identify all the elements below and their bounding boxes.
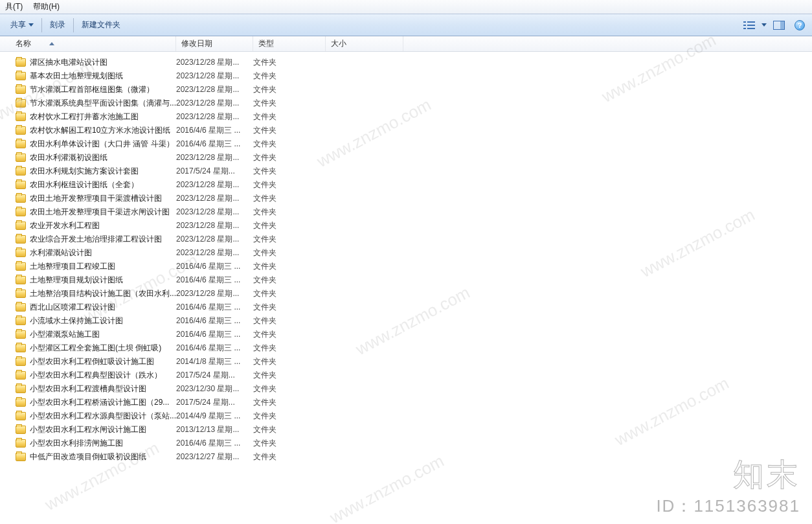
burn-button[interactable]: 刻录 — [43, 17, 72, 33]
table-row[interactable]: 农田水利规划实施方案设计套图2017/5/24 星期...文件夹 — [8, 165, 812, 178]
share-button[interactable]: 共享 — [4, 17, 40, 33]
cell-name: 基本农田土地整理规划图纸 — [8, 71, 176, 82]
table-row[interactable]: 节水灌溉系统典型平面设计图集（滴灌与...2023/12/28 星期...文件夹 — [8, 97, 812, 110]
table-row[interactable]: 西北山区喷灌工程设计图2016/4/6 星期三 ...文件夹 — [8, 301, 812, 314]
folder-icon — [16, 303, 26, 312]
cell-date: 2023/12/28 星期... — [176, 84, 253, 95]
table-row[interactable]: 小型农田水利工程典型图设计（跌水）2017/5/24 星期...文件夹 — [8, 369, 812, 382]
cell-date: 2016/4/6 星期三 ... — [176, 275, 253, 286]
share-label: 共享 — [10, 19, 26, 30]
cell-name: 农田水利灌溉初设图纸 — [8, 152, 176, 163]
cell-date: 2023/12/28 星期... — [176, 247, 253, 258]
watermark-id: ID：1151363981 — [656, 495, 800, 518]
cell-name: 农田水利规划实施方案设计套图 — [8, 166, 176, 177]
cell-type: 文件夹 — [253, 370, 326, 381]
table-row[interactable]: 农田水利灌溉初设图纸2023/12/28 星期...文件夹 — [8, 151, 812, 165]
view-options-button[interactable] — [741, 17, 758, 34]
table-row[interactable]: 小型农田水利工程渡槽典型设计图2023/12/30 星期...文件夹 — [8, 382, 812, 396]
cell-type: 文件夹 — [253, 179, 326, 190]
column-name[interactable]: 名称 — [0, 36, 176, 51]
file-name-label: 土地整理项目规划设计图纸 — [30, 275, 123, 286]
table-row[interactable]: 小型农田水利工程水源典型图设计（泵站...2014/4/9 星期三 ...文件夹 — [8, 409, 812, 423]
cell-type: 文件夹 — [253, 111, 326, 122]
cell-date: 2016/4/6 星期三 ... — [176, 302, 253, 313]
cell-type: 文件夹 — [253, 438, 326, 449]
file-list: 灌区抽水电灌站设计图2023/12/28 星期...文件夹基本农田土地整理规划图… — [0, 52, 812, 464]
table-row[interactable]: 农业开发水利工程图2023/12/28 星期...文件夹 — [8, 219, 812, 233]
table-row[interactable]: 小型农田水利排涝闸施工图2016/4/6 星期三 ...文件夹 — [8, 437, 812, 450]
cell-type: 文件夹 — [253, 193, 326, 204]
new-folder-button[interactable]: 新建文件夹 — [75, 17, 127, 33]
table-row[interactable]: 水利灌溉站设计图2023/12/28 星期...文件夹 — [8, 246, 812, 260]
file-name-label: 灌区抽水电灌站设计图 — [30, 57, 107, 68]
folder-icon — [16, 426, 26, 434]
table-row[interactable]: 农田水利枢纽设计图纸（全套）2023/12/28 星期...文件夹 — [8, 178, 812, 192]
table-row[interactable]: 小型农田水利工程水闸设计施工图2013/12/13 星期...文件夹 — [8, 423, 812, 437]
table-row[interactable]: 农村饮水解困工程10立方米水池设计图纸2016/4/6 星期三 ...文件夹 — [8, 124, 812, 137]
cell-date: 2023/12/28 星期... — [176, 98, 253, 109]
table-row[interactable]: 小型农田水利工程倒虹吸设计施工图2014/1/8 星期三 ...文件夹 — [8, 355, 812, 369]
column-type[interactable]: 类型 — [253, 36, 326, 51]
table-row[interactable]: 灌区抽水电灌站设计图2023/12/28 星期...文件夹 — [8, 56, 812, 69]
table-row[interactable]: 小型农田水利工程桥涵设计施工图（29...2017/5/24 星期...文件夹 — [8, 396, 812, 409]
folder-icon — [16, 385, 26, 393]
cell-date: 2016/4/6 星期三 ... — [176, 315, 253, 326]
cell-type: 文件夹 — [253, 275, 326, 286]
table-row[interactable]: 农田土地开发整理项目干渠渡槽设计图2023/12/28 星期...文件夹 — [8, 192, 812, 205]
file-name-label: 西北山区喷灌工程设计图 — [30, 302, 115, 313]
cell-name: 农田土地开发整理项目干渠进水闸设计图 — [8, 207, 176, 218]
cell-type: 文件夹 — [253, 207, 326, 218]
table-row[interactable]: 小型灌溉泵站施工图2016/4/6 星期三 ...文件夹 — [8, 328, 812, 341]
cell-type: 文件夹 — [253, 343, 326, 354]
chevron-down-icon[interactable] — [761, 23, 767, 27]
table-row[interactable]: 农业综合开发土地治理排灌工程设计图2023/12/28 星期...文件夹 — [8, 233, 812, 246]
folder-icon — [16, 208, 26, 216]
table-row[interactable]: 节水灌溉工程首部枢纽图集（微灌）2023/12/28 星期...文件夹 — [8, 83, 812, 97]
help-button[interactable]: ? — [791, 17, 808, 34]
cell-name: 节水灌溉工程首部枢纽图集（微灌） — [8, 84, 176, 95]
folder-icon — [16, 358, 26, 366]
cell-date: 2023/12/28 星期... — [176, 179, 253, 190]
table-row[interactable]: 农田土地开发整理项目干渠进水闸设计图2023/12/28 星期...文件夹 — [8, 205, 812, 219]
cell-name: 土地整理项目工程竣工图 — [8, 261, 176, 272]
toolbar-divider — [41, 18, 42, 32]
menu-help[interactable]: 帮助(H) — [28, 0, 65, 14]
cell-name: 小型农田水利工程典型图设计（跌水） — [8, 370, 176, 381]
table-row[interactable]: 小流域水土保持施工设计图2016/4/6 星期三 ...文件夹 — [8, 314, 812, 328]
toolbar: 共享 刻录 新建文件夹 ? — [0, 14, 812, 36]
menu-tools[interactable]: 具(T) — [0, 0, 28, 14]
folder-icon — [16, 181, 26, 189]
file-name-label: 农业综合开发土地治理排灌工程设计图 — [30, 234, 162, 245]
table-row[interactable]: 基本农田土地整理规划图纸2023/12/28 星期...文件夹 — [8, 69, 812, 83]
preview-pane-button[interactable] — [771, 17, 787, 34]
cell-date: 2023/12/28 星期... — [176, 111, 253, 122]
cell-date: 2017/5/24 星期... — [176, 397, 253, 408]
cell-name: 农业综合开发土地治理排灌工程设计图 — [8, 234, 176, 245]
folder-icon — [16, 167, 26, 176]
cell-date: 2017/5/24 星期... — [176, 166, 253, 177]
file-name-label: 中低产田改造项目倒虹吸初设图纸 — [30, 451, 146, 462]
column-date-label: 修改日期 — [181, 38, 212, 49]
help-icon: ? — [795, 20, 805, 30]
table-row[interactable]: 农田水利单体设计图（大口井 涵管 斗渠）2016/4/6 星期三 ...文件夹 — [8, 137, 812, 151]
table-row[interactable]: 农村饮水工程打井蓄水池施工图2023/12/28 星期...文件夹 — [8, 110, 812, 124]
column-date[interactable]: 修改日期 — [176, 36, 253, 51]
cell-date: 2023/12/27 星期... — [176, 451, 253, 462]
cell-name: 小型农田水利工程桥涵设计施工图（29... — [8, 397, 176, 408]
cell-type: 文件夹 — [253, 302, 326, 313]
column-size[interactable]: 大小 — [326, 36, 403, 51]
folder-icon — [16, 330, 26, 339]
table-row[interactable]: 土地整理项目工程竣工图2016/4/6 星期三 ...文件夹 — [8, 260, 812, 273]
table-row[interactable]: 中低产田改造项目倒虹吸初设图纸2023/12/27 星期...文件夹 — [8, 450, 812, 464]
cell-date: 2016/4/6 星期三 ... — [176, 438, 253, 449]
svg-rect-7 — [780, 21, 784, 29]
folder-icon — [16, 290, 26, 298]
cell-date: 2023/12/28 星期... — [176, 234, 253, 245]
cell-date: 2013/12/13 星期... — [176, 424, 253, 435]
table-row[interactable]: 土地整治项目结构设计施工图（农田水利...2023/12/28 星期...文件夹 — [8, 287, 812, 301]
table-row[interactable]: 小型灌区工程全套施工图(土坝 倒虹吸)2016/4/6 星期三 ...文件夹 — [8, 341, 812, 355]
svg-rect-0 — [743, 21, 746, 23]
toolbar-divider — [73, 18, 74, 32]
burn-label: 刻录 — [50, 19, 65, 30]
table-row[interactable]: 土地整理项目规划设计图纸2016/4/6 星期三 ...文件夹 — [8, 273, 812, 287]
